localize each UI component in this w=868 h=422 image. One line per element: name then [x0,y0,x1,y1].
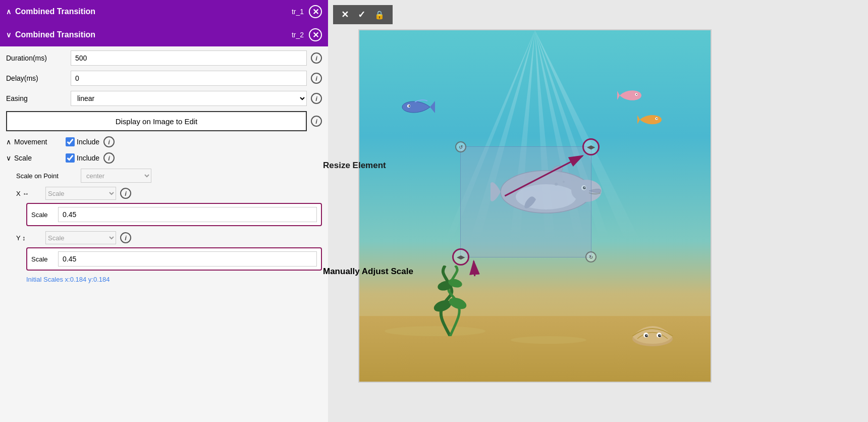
easing-row: Easing linear ease ease-in ease-out ease… [6,91,322,106]
manually-adjust-label: Manually Adjust Scale [323,267,413,277]
y-scale-section: Y ↕ Scale i Scale [16,231,322,271]
svg-point-16 [646,335,647,336]
x-dropdown[interactable]: Scale [45,187,116,200]
transition-id-1: tr_1 [292,8,304,16]
rotate-handle-bottom-right[interactable]: ↻ [585,251,596,262]
x-scale-type-label: Scale [31,211,54,219]
movement-chevron-icon: ∧ [6,138,11,146]
easing-label: Easing [6,94,67,102]
y-scale-inputs: Scale [31,251,317,267]
close-button-1[interactable]: ✕ [309,5,322,18]
selection-box[interactable]: ◀▶ ◀▶ ↺ ↻ [460,146,591,257]
right-panel: ✕ ✓ 🔒 Resize Element Manually Adjust Sca… [328,0,868,422]
small-fish-3 [637,111,665,129]
x-label: X ↔ [16,190,41,197]
initial-scales: Initial Scales x:0.184 y:0.184 [26,276,322,283]
form-section: Duration(ms) i Delay(ms) i Easing linear… [0,46,328,291]
image-wrapper: Resize Element Manually Adjust Scale [333,29,863,383]
small-fish-1 [400,96,435,119]
header1-left: ∧ Combined Transition [6,7,95,16]
x-header-row: X ↔ Scale i [16,187,322,200]
y-scale-input[interactable] [58,251,317,267]
y-scale-container: Scale [26,247,322,271]
display-btn-row: Display on Image to Edit i [6,111,322,131]
close-button-2[interactable]: ✕ [309,28,322,41]
y-dropdown[interactable]: Scale [45,231,116,244]
transition-title-2: Combined Transition [15,30,95,39]
svg-point-19 [409,106,410,107]
scale-subsection: Scale on Point center top-left top-right… [16,169,322,283]
movement-info-icon[interactable]: i [103,136,115,147]
transition-header-1: ∧ Combined Transition tr_1 ✕ [0,0,328,23]
rotate-icon-br: ↻ [589,254,593,260]
resize-handle-bottom-left[interactable]: ◀▶ [452,248,469,266]
scale-include-label: Include [77,154,99,162]
duration-label: Duration(ms) [6,54,67,62]
small-fish-2 [617,86,645,105]
resize-handle-top-right[interactable]: ◀▶ [582,138,600,155]
lock-button[interactable]: 🔒 [371,9,388,21]
scale-on-point-label: Scale on Point [16,172,77,180]
movement-section-label[interactable]: ∧ Movement [6,138,62,146]
scale-chevron-icon: ∨ [6,154,11,162]
y-label: Y ↕ [16,234,41,242]
easing-select[interactable]: linear ease ease-in ease-out ease-in-out [71,91,307,106]
rotate-icon-tl: ↺ [459,144,463,150]
svg-point-21 [636,94,637,95]
duration-info-icon[interactable]: i [311,52,322,64]
left-panel: ∧ Combined Transition tr_1 ✕ ∨ Combined … [0,0,328,422]
resize-arrows-icon: ◀▶ [587,144,595,150]
toolbar: ✕ ✓ 🔒 [333,5,393,24]
y-info-icon[interactable]: i [120,232,131,243]
easing-info-icon[interactable]: i [311,93,322,104]
header2-left: ∨ Combined Transition [6,30,95,39]
chevron-up-icon: ∧ [6,8,11,16]
duration-input[interactable] [71,50,307,66]
x-scale-inputs: Scale [31,207,317,222]
confirm-button[interactable]: ✓ [355,8,368,21]
scale-include: Include [66,153,99,163]
delay-input[interactable] [71,71,307,86]
scale-on-point-row: Scale on Point center top-left top-right… [16,169,322,183]
scale-row: ∨ Scale Include i [6,152,322,164]
x-scale-input[interactable] [58,207,317,222]
svg-point-15 [658,334,661,337]
x-scale-section: X ↔ Scale i Scale [16,187,322,226]
x-scale-container: Scale [26,203,322,226]
rotate-handle-top-left[interactable]: ↺ [455,141,466,152]
movement-label: Movement [14,138,47,146]
y-scale-type-label: Scale [31,255,54,263]
svg-point-17 [660,335,661,336]
movement-include: Include [66,137,99,146]
scale-section-label[interactable]: ∨ Scale [6,154,62,162]
delay-info-icon[interactable]: i [311,73,322,84]
y-header-row: Y ↕ Scale i [16,231,322,244]
duration-row: Duration(ms) i [6,50,322,66]
scale-on-point-select[interactable]: center top-left top-right bottom-left bo… [81,169,151,183]
transition-id-2: tr_2 [292,31,304,39]
scale-checkbox[interactable] [66,153,75,163]
movement-row: ∧ Movement Include i [6,136,322,147]
movement-checkbox[interactable] [66,137,75,146]
svg-point-8 [448,295,468,311]
resize-arrows-icon-2: ◀▶ [457,254,465,260]
close-button[interactable]: ✕ [338,8,352,21]
transition-title-1: Combined Transition [15,7,95,16]
sand-bump-2 [511,336,586,344]
svg-line-35 [474,261,475,276]
svg-point-14 [645,334,648,337]
scale-label: Scale [14,154,32,162]
transition-header-2: ∨ Combined Transition tr_2 ✕ [0,23,328,46]
display-on-image-button[interactable]: Display on Image to Edit [6,111,307,131]
clam-decoration [630,311,675,346]
x-info-icon[interactable]: i [120,188,131,199]
display-info-icon[interactable]: i [311,116,322,127]
delay-label: Delay(ms) [6,74,67,82]
image-canvas: ◀▶ ◀▶ ↺ ↻ [358,29,712,383]
chevron-down-icon: ∨ [6,31,11,39]
movement-include-label: Include [77,138,99,146]
scale-info-icon[interactable]: i [103,152,115,164]
resize-element-label: Resize Element [323,161,386,171]
svg-point-23 [657,118,658,119]
delay-row: Delay(ms) i [6,71,322,86]
